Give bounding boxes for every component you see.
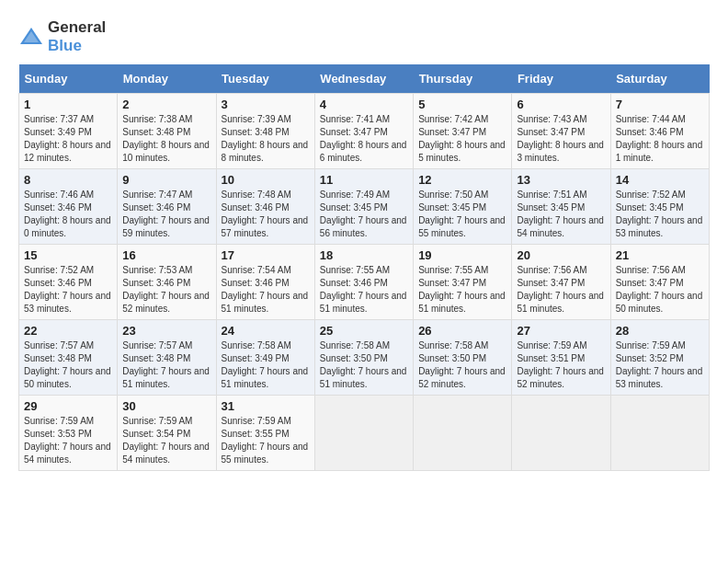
day-info: Sunrise: 7:48 AMSunset: 3:46 PMDaylight:… [222,189,310,240]
calendar-cell: 8Sunrise: 7:46 AMSunset: 3:46 PMDaylight… [19,169,118,245]
day-number: 11 [320,173,408,187]
calendar-table: SundayMondayTuesdayWednesdayThursdayFrid… [18,64,710,471]
day-number: 18 [320,248,408,262]
calendar-cell: 19Sunrise: 7:55 AMSunset: 3:47 PMDayligh… [414,245,512,320]
day-number: 9 [122,173,210,187]
day-info: Sunrise: 7:56 AMSunset: 3:47 PMDaylight:… [517,264,605,316]
logo-icon [18,26,44,48]
calendar-cell: 16Sunrise: 7:53 AMSunset: 3:46 PMDayligh… [118,245,216,320]
calendar-cell: 28Sunrise: 7:59 AMSunset: 3:52 PMDayligh… [610,320,709,396]
day-info: Sunrise: 7:55 AMSunset: 3:46 PMDaylight:… [320,264,408,316]
day-number: 13 [517,173,605,187]
calendar-cell: 1Sunrise: 7:37 AMSunset: 3:49 PMDaylight… [19,94,118,169]
day-info: Sunrise: 7:39 AMSunset: 3:48 PMDaylight:… [222,113,310,165]
day-number: 1 [24,98,112,111]
calendar-cell: 29Sunrise: 7:59 AMSunset: 3:53 PMDayligh… [19,396,118,471]
day-number: 25 [320,324,408,338]
day-info: Sunrise: 7:57 AMSunset: 3:48 PMDaylight:… [24,339,112,391]
day-header-tuesday: Tuesday [216,64,314,94]
calendar-cell: 13Sunrise: 7:51 AMSunset: 3:45 PMDayligh… [512,169,610,245]
calendar-week-row: 29Sunrise: 7:59 AMSunset: 3:53 PMDayligh… [19,396,710,471]
day-number: 5 [418,98,506,111]
day-number: 7 [616,98,704,111]
day-info: Sunrise: 7:59 AMSunset: 3:54 PMDaylight:… [122,415,210,466]
day-number: 27 [517,324,605,338]
calendar-cell: 31Sunrise: 7:59 AMSunset: 3:55 PMDayligh… [216,396,314,471]
calendar-cell: 15Sunrise: 7:52 AMSunset: 3:46 PMDayligh… [19,245,118,320]
day-number: 17 [222,248,310,262]
day-number: 12 [418,173,506,187]
day-number: 26 [418,324,506,338]
day-header-thursday: Thursday [414,64,512,94]
calendar-week-row: 8Sunrise: 7:46 AMSunset: 3:46 PMDaylight… [19,169,710,245]
day-number: 19 [418,248,506,262]
calendar-cell: 10Sunrise: 7:48 AMSunset: 3:46 PMDayligh… [216,169,314,245]
calendar-cell: 9Sunrise: 7:47 AMSunset: 3:46 PMDaylight… [118,169,216,245]
calendar-cell: 12Sunrise: 7:50 AMSunset: 3:45 PMDayligh… [414,169,512,245]
day-header-saturday: Saturday [610,64,709,94]
calendar-cell: 7Sunrise: 7:44 AMSunset: 3:46 PMDaylight… [610,94,709,169]
day-info: Sunrise: 7:59 AMSunset: 3:51 PMDaylight:… [517,339,605,391]
day-header-monday: Monday [118,64,216,94]
calendar-week-row: 1Sunrise: 7:37 AMSunset: 3:49 PMDaylight… [19,94,710,169]
day-number: 21 [616,248,704,262]
day-info: Sunrise: 7:51 AMSunset: 3:45 PMDaylight:… [517,189,605,240]
day-info: Sunrise: 7:57 AMSunset: 3:48 PMDaylight:… [122,339,210,391]
day-info: Sunrise: 7:37 AMSunset: 3:49 PMDaylight:… [24,113,112,165]
calendar-cell [414,396,512,471]
day-number: 6 [517,98,605,111]
day-info: Sunrise: 7:55 AMSunset: 3:47 PMDaylight:… [418,264,506,316]
calendar-cell: 2Sunrise: 7:38 AMSunset: 3:48 PMDaylight… [118,94,216,169]
calendar-cell: 20Sunrise: 7:56 AMSunset: 3:47 PMDayligh… [512,245,610,320]
day-info: Sunrise: 7:59 AMSunset: 3:52 PMDaylight:… [616,339,704,391]
day-info: Sunrise: 7:56 AMSunset: 3:47 PMDaylight:… [616,264,704,316]
day-number: 23 [122,324,210,338]
day-number: 14 [616,173,704,187]
day-info: Sunrise: 7:50 AMSunset: 3:45 PMDaylight:… [418,189,506,240]
calendar-cell: 3Sunrise: 7:39 AMSunset: 3:48 PMDaylight… [216,94,314,169]
day-info: Sunrise: 7:44 AMSunset: 3:46 PMDaylight:… [616,113,704,165]
day-number: 16 [122,248,210,262]
logo: General Blue [18,18,106,55]
calendar-header-row: SundayMondayTuesdayWednesdayThursdayFrid… [19,64,710,94]
calendar-cell: 30Sunrise: 7:59 AMSunset: 3:54 PMDayligh… [118,396,216,471]
calendar-cell [610,396,709,471]
day-number: 30 [122,399,210,413]
calendar-cell: 24Sunrise: 7:58 AMSunset: 3:49 PMDayligh… [216,320,314,396]
day-info: Sunrise: 7:58 AMSunset: 3:50 PMDaylight:… [418,339,506,391]
day-info: Sunrise: 7:43 AMSunset: 3:47 PMDaylight:… [517,113,605,165]
day-info: Sunrise: 7:46 AMSunset: 3:46 PMDaylight:… [24,189,112,240]
day-header-sunday: Sunday [19,64,118,94]
calendar-cell [512,396,610,471]
day-info: Sunrise: 7:47 AMSunset: 3:46 PMDaylight:… [122,189,210,240]
day-info: Sunrise: 7:49 AMSunset: 3:45 PMDaylight:… [320,189,408,240]
calendar-cell: 18Sunrise: 7:55 AMSunset: 3:46 PMDayligh… [314,245,413,320]
day-info: Sunrise: 7:53 AMSunset: 3:46 PMDaylight:… [122,264,210,316]
day-number: 31 [222,399,310,413]
day-info: Sunrise: 7:52 AMSunset: 3:45 PMDaylight:… [616,189,704,240]
calendar-cell: 26Sunrise: 7:58 AMSunset: 3:50 PMDayligh… [414,320,512,396]
calendar-cell: 22Sunrise: 7:57 AMSunset: 3:48 PMDayligh… [19,320,118,396]
day-number: 20 [517,248,605,262]
day-number: 2 [122,98,210,111]
day-number: 24 [222,324,310,338]
day-number: 22 [24,324,112,338]
calendar-cell: 17Sunrise: 7:54 AMSunset: 3:46 PMDayligh… [216,245,314,320]
calendar-cell [314,396,413,471]
logo-general: General [48,18,106,37]
day-info: Sunrise: 7:52 AMSunset: 3:46 PMDaylight:… [24,264,112,316]
day-number: 8 [24,173,112,187]
day-info: Sunrise: 7:59 AMSunset: 3:55 PMDaylight:… [222,415,310,466]
calendar-week-row: 22Sunrise: 7:57 AMSunset: 3:48 PMDayligh… [19,320,710,396]
day-number: 28 [616,324,704,338]
calendar-cell: 27Sunrise: 7:59 AMSunset: 3:51 PMDayligh… [512,320,610,396]
day-info: Sunrise: 7:59 AMSunset: 3:53 PMDaylight:… [24,415,112,466]
calendar-week-row: 15Sunrise: 7:52 AMSunset: 3:46 PMDayligh… [19,245,710,320]
calendar-cell: 4Sunrise: 7:41 AMSunset: 3:47 PMDaylight… [314,94,413,169]
calendar-cell: 21Sunrise: 7:56 AMSunset: 3:47 PMDayligh… [610,245,709,320]
day-number: 15 [24,248,112,262]
day-info: Sunrise: 7:38 AMSunset: 3:48 PMDaylight:… [122,113,210,165]
calendar-cell: 14Sunrise: 7:52 AMSunset: 3:45 PMDayligh… [610,169,709,245]
day-info: Sunrise: 7:42 AMSunset: 3:47 PMDaylight:… [418,113,506,165]
header: General Blue [18,18,710,55]
